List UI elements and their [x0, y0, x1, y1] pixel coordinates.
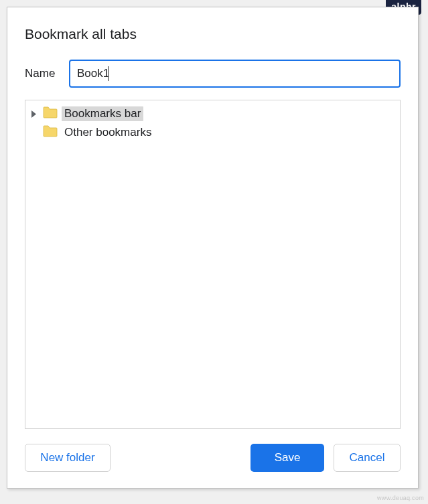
name-input-wrap [69, 60, 401, 88]
cancel-button[interactable]: Cancel [334, 444, 401, 472]
tree-item-label: Bookmarks bar [62, 106, 143, 121]
save-button[interactable]: Save [251, 444, 324, 472]
watermark: www.deuaq.com [377, 495, 424, 501]
dialog-title: Bookmark all tabs [25, 26, 401, 42]
folder-icon [43, 125, 58, 141]
new-folder-button[interactable]: New folder [25, 444, 111, 472]
tree-item-label: Other bookmarks [62, 125, 154, 140]
button-row: New folder Save Cancel [25, 444, 401, 472]
text-cursor [108, 66, 109, 81]
name-row: Name [25, 60, 401, 88]
tree-row-bookmarks-bar[interactable]: Bookmarks bar [28, 104, 397, 123]
expand-icon[interactable] [28, 108, 39, 119]
folder-icon [43, 106, 58, 122]
tree-row-other-bookmarks[interactable]: Other bookmarks [28, 123, 397, 142]
name-label: Name [25, 67, 58, 80]
name-input[interactable] [69, 60, 401, 88]
folder-tree[interactable]: Bookmarks bar Other bookmarks [25, 100, 401, 429]
bookmark-all-tabs-dialog: Bookmark all tabs Name Bookmarks bar [7, 7, 419, 489]
svg-marker-0 [31, 110, 36, 118]
